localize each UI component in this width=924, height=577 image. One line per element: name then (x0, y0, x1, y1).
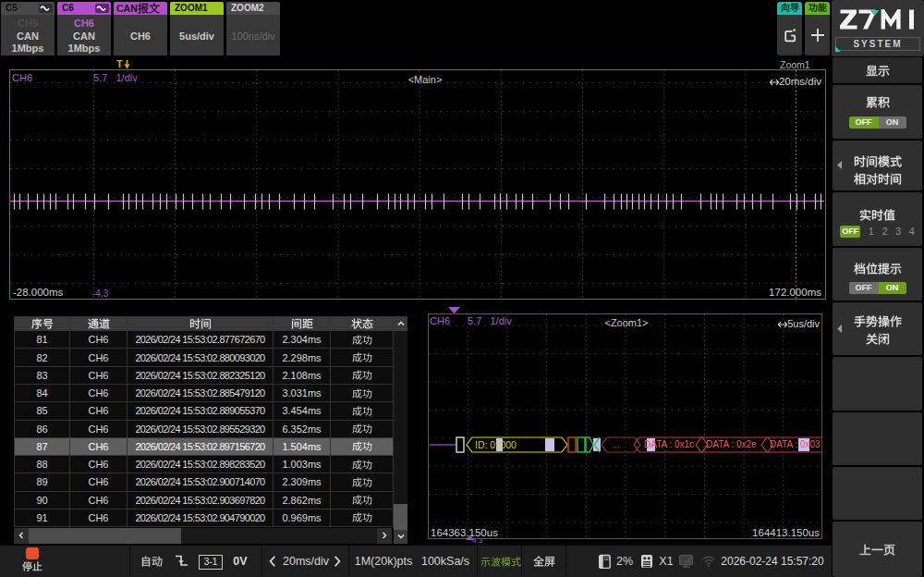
svg-text:ID: 0x000: ID: 0x000 (475, 439, 517, 450)
svg-text:115: 115 (604, 557, 612, 561)
svg-text:DATA : 0x03: DATA : 0x03 (770, 439, 821, 449)
svg-text:DATA : 0x2e: DATA : 0x2e (706, 439, 757, 449)
svg-text:DATA : 0x1c: DATA : 0x1c (644, 439, 694, 449)
svg-text:...: ... (612, 438, 620, 449)
